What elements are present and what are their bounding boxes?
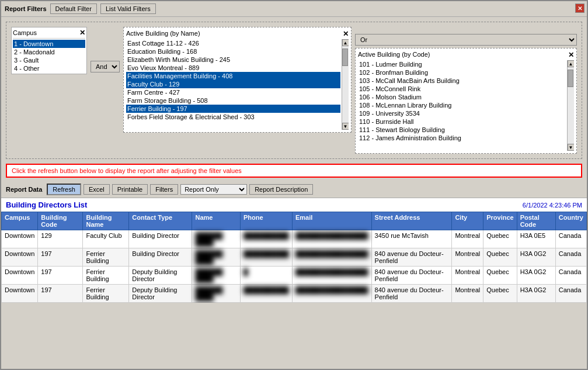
table-header-row: Campus Building Code Building Name Conta…: [2, 212, 587, 230]
campus-box-title: Campus ✕: [13, 29, 85, 39]
campus-item[interactable]: 2 - Macdonald: [13, 48, 85, 56]
table-cell: Canada: [555, 285, 586, 303]
active-building-code-box: Active Building (by Code) ✕ 101 - Ludmer…: [355, 48, 577, 154]
report-title: Building Directors List: [6, 200, 87, 209]
code-list-item[interactable]: 109 - University 3534: [358, 109, 566, 117]
printable-button[interactable]: Printable: [112, 184, 148, 195]
table-cell: Canada: [555, 248, 586, 267]
active-building-code-clear-button[interactable]: ✕: [568, 51, 574, 59]
active-building-name-label: Active Building (by Name): [126, 30, 200, 38]
building-list-item[interactable]: Education Building - 168: [126, 47, 340, 56]
and-dropdown[interactable]: And Or Not: [91, 61, 120, 72]
active-building-clear-button[interactable]: ✕: [343, 30, 349, 38]
code-list-item[interactable]: 102 - Bronfman Building: [358, 68, 566, 77]
default-filter-button[interactable]: Default Filter: [50, 4, 97, 14]
building-list-item[interactable]: Ferrier Building - 197: [126, 105, 340, 113]
table-cell: ████████████████: [292, 230, 371, 248]
table-cell: ██████████: [240, 285, 292, 303]
building-list-item[interactable]: Forbes Field Storage & Electrical Shed -…: [126, 113, 340, 121]
table-cell: 840 avenue du Docteur-Penfield: [371, 248, 452, 267]
table-cell: ████████████████: [292, 248, 371, 267]
campus-item[interactable]: 1 - Downtown: [13, 40, 85, 48]
table-cell: 197: [38, 267, 83, 285]
col-campus: Campus: [2, 212, 38, 230]
code-scroll-thumb[interactable]: [568, 70, 573, 87]
table-row: Downtown197Ferrier BuildingDeputy Buildi…: [2, 285, 587, 303]
filters-button[interactable]: Filters: [150, 184, 178, 195]
table-cell: H3A 0E5: [517, 230, 555, 248]
and-dropdown-wrapper: And Or Not: [91, 43, 120, 72]
code-list-item[interactable]: 112 - James Administration Building: [358, 134, 566, 142]
report-description-button[interactable]: Report Description: [249, 184, 313, 195]
table-cell: ██████████: [240, 248, 292, 267]
data-table: Campus Building Code Building Name Conta…: [1, 212, 587, 303]
table-cell: Downtown: [2, 248, 38, 267]
table-cell: H3A 0G2: [517, 248, 555, 267]
code-list-item[interactable]: 110 - Burnside Hall: [358, 117, 566, 126]
campus-list: 1 - Downtown 2 - Macdonald 3 - Gault 4 -…: [13, 40, 85, 72]
report-filters-window: Report Filters Default Filter List Valid…: [0, 0, 588, 370]
code-list-scrollbar[interactable]: ▲ ▼: [567, 60, 574, 151]
building-list-scrollbar[interactable]: ▲ ▼: [342, 39, 349, 130]
scroll-down-arrow[interactable]: ▼: [342, 123, 349, 130]
table-cell: Ferrier Building: [83, 285, 129, 303]
table-cell: Montreal: [452, 267, 483, 285]
col-city: City: [452, 212, 483, 230]
code-list-item[interactable]: 111 - Stewart Biology Building: [358, 126, 566, 134]
table-cell: Ferrier Building: [83, 248, 129, 267]
refresh-button[interactable]: Refresh: [47, 184, 81, 195]
code-list-item[interactable]: 101 - Ludmer Building: [358, 60, 566, 68]
code-list: 101 - Ludmer Building 102 - Bronfman Bui…: [358, 60, 574, 151]
table-cell: Deputy Building Director: [129, 285, 192, 303]
building-list-item[interactable]: Evo Vieux Montreal - 889: [126, 64, 340, 72]
list-valid-filters-button[interactable]: List Valid Filters: [100, 4, 156, 14]
refresh-notice: Click the refresh button below to displa…: [6, 164, 582, 178]
table-cell: ██████████: [240, 230, 292, 248]
building-list: East Cottage 11-12 - 426 Education Build…: [126, 39, 349, 130]
table-cell: 197: [38, 248, 83, 267]
table-cell: 840 avenue du Docteur-Penfield: [371, 267, 452, 285]
code-list-item[interactable]: 108 - McLennan Library Building: [358, 101, 566, 109]
campus-item[interactable]: 3 - Gault: [13, 56, 85, 64]
table-cell: ████████████████: [292, 285, 371, 303]
scroll-thumb[interactable]: [342, 49, 348, 66]
building-list-container: East Cottage 11-12 - 426 Education Build…: [126, 39, 349, 130]
campus-label: Campus: [13, 29, 37, 36]
table-cell: Downtown: [2, 230, 38, 248]
table-cell: ██████ ████: [192, 248, 241, 267]
building-list-item[interactable]: Elizabeth Wirth Music Building - 245: [126, 56, 340, 64]
code-list-item[interactable]: 103 - McCall MacBain Arts Building: [358, 77, 566, 85]
table-cell: H3A 0G2: [517, 285, 555, 303]
code-scroll-up[interactable]: ▲: [568, 60, 575, 67]
campus-box: Campus ✕ 1 - Downtown 2 - Macdonald 3 - …: [11, 27, 87, 74]
code-list-item[interactable]: 106 - Molson Stadium: [358, 93, 566, 101]
building-list-item[interactable]: Faculty Club - 129: [126, 80, 340, 88]
col-contact-type: Contact Type: [129, 212, 192, 230]
table-cell: Quebec: [483, 230, 517, 248]
building-list-item[interactable]: Farm Storage Building - 508: [126, 96, 340, 105]
window-title: Report Filters: [5, 5, 47, 12]
code-scroll-down[interactable]: ▼: [568, 144, 575, 151]
table-row: Downtown129Faculty ClubBuilding Director…: [2, 230, 587, 248]
active-building-code-label: Active Building (by Code): [358, 51, 430, 59]
scroll-track: [342, 46, 349, 123]
table-cell: Building Director: [129, 248, 192, 267]
table-cell: █: [240, 267, 292, 285]
building-list-item[interactable]: Facilities Management Building - 408: [126, 72, 340, 80]
campus-item[interactable]: 4 - Other: [13, 64, 85, 72]
table-cell: Montreal: [452, 285, 483, 303]
code-scroll-track: [568, 67, 575, 144]
building-list-item[interactable]: East Cottage 11-12 - 426: [126, 39, 340, 47]
code-list-item[interactable]: 105 - McConnell Rink: [358, 85, 566, 93]
report-type-dropdown[interactable]: Report Only Report and Filters Filters O…: [180, 184, 247, 195]
table-cell: Faculty Club: [83, 230, 129, 248]
close-button[interactable]: ✕: [575, 4, 584, 13]
scroll-up-arrow[interactable]: ▲: [342, 39, 349, 46]
excel-button[interactable]: Excel: [83, 184, 110, 195]
table-cell: H3A 0G2: [517, 267, 555, 285]
or-dropdown[interactable]: Or And Not: [355, 34, 577, 46]
table-cell: 129: [38, 230, 83, 248]
campus-clear-button[interactable]: ✕: [79, 29, 85, 37]
building-list-item[interactable]: Farm Centre - 427: [126, 88, 340, 96]
active-building-code-title: Active Building (by Code) ✕: [358, 51, 574, 59]
